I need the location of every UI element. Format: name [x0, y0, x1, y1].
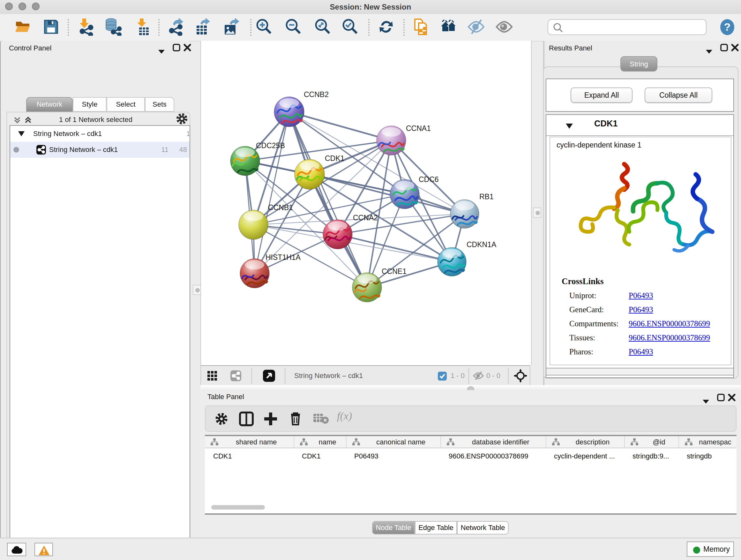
- panel-splitter-handle[interactable]: [193, 285, 201, 295]
- open-in-window-icon[interactable]: [263, 370, 275, 384]
- first-neighbors-icon[interactable]: [440, 18, 458, 36]
- collapse-all-button[interactable]: Collapse All: [645, 87, 712, 103]
- add-column-icon[interactable]: [263, 411, 278, 429]
- close-panel-icon[interactable]: [183, 43, 192, 54]
- network-row-selected[interactable]: String Network – cdk1 11 48: [10, 142, 190, 158]
- tab-sets[interactable]: Sets: [145, 97, 174, 112]
- expand-all-button[interactable]: Expand All: [570, 87, 632, 103]
- hidden-eye-icon[interactable]: [473, 371, 484, 383]
- node-HIST1H1A[interactable]: HIST1H1A: [240, 253, 301, 288]
- show-columns-icon[interactable]: [239, 411, 254, 429]
- delete-table-icon[interactable]: [313, 413, 329, 427]
- float-panel-icon[interactable]: [705, 45, 713, 57]
- expand-collapse-box: Expand All Collapse All: [546, 78, 734, 112]
- warnings-button[interactable]: [35, 543, 53, 556]
- birds-eye-view-icon[interactable]: [207, 371, 217, 383]
- zoom-selected-icon[interactable]: [341, 18, 359, 36]
- node-label-CCNB1: CCNB1: [268, 203, 293, 212]
- copy-network-icon[interactable]: [412, 18, 430, 36]
- function-builder-icon[interactable]: f(x): [337, 410, 352, 423]
- maximize-panel-icon[interactable]: [172, 43, 181, 54]
- save-session-icon[interactable]: [42, 18, 60, 36]
- infobar-separator: [508, 368, 509, 384]
- maximize-panel-icon[interactable]: [717, 393, 725, 404]
- column-header-shared-name[interactable]: shared name: [220, 438, 292, 445]
- crosslink-value-link[interactable]: P06493: [629, 348, 653, 357]
- panel-splitter-handle[interactable]: [533, 207, 541, 218]
- collection-count: 1: [178, 130, 190, 137]
- float-panel-icon[interactable]: [158, 45, 165, 57]
- tab-network[interactable]: Network: [26, 97, 73, 112]
- zoom-fit-icon[interactable]: [314, 18, 332, 36]
- crosslink-value-link[interactable]: 9606.ENSP00000378699: [629, 319, 710, 329]
- node-CDKN1A[interactable]: CDKN1A: [437, 240, 496, 276]
- open-session-icon[interactable]: [14, 18, 32, 36]
- delete-column-icon[interactable]: [288, 411, 303, 428]
- show-all-icon[interactable]: [495, 18, 513, 36]
- refresh-icon[interactable]: [377, 18, 395, 36]
- selected-checkbox-icon[interactable]: [438, 372, 447, 383]
- table-cell[interactable]: stringdb:9...: [632, 452, 669, 460]
- column-header-canonical-name[interactable]: canonical name: [362, 438, 440, 445]
- table-cell[interactable]: stringdb: [687, 452, 712, 460]
- tab-style[interactable]: Style: [73, 97, 107, 112]
- node-CCNA1[interactable]: CCNA1: [377, 124, 431, 155]
- network-collection-row[interactable]: String Network – cdk1 1: [10, 126, 190, 142]
- tab-network-table[interactable]: Network Table: [457, 521, 509, 535]
- node-CCNB1[interactable]: CCNB1: [239, 203, 293, 240]
- main-toolbar: ?: [0, 14, 741, 42]
- import-network-icon[interactable]: [77, 18, 95, 36]
- export-image-icon[interactable]: [222, 18, 240, 36]
- node-CDC6[interactable]: CDC6: [390, 175, 439, 209]
- memory-button[interactable]: Memory: [687, 542, 734, 557]
- node-RB1[interactable]: RB1: [450, 192, 494, 228]
- search-input[interactable]: [548, 19, 706, 35]
- column-header--id[interactable]: @id: [640, 438, 678, 445]
- edge-CCNB2-CCNA1[interactable]: [289, 112, 391, 140]
- horizontal-splitter[interactable]: [200, 385, 741, 390]
- crosslink-value-link[interactable]: P06493: [629, 305, 653, 315]
- table-cell[interactable]: cyclin-dependent ...: [554, 452, 615, 460]
- zoom-out-icon[interactable]: [285, 18, 302, 36]
- table-cell[interactable]: 9606.ENSP00000378699: [449, 452, 529, 460]
- section-collapse-icon[interactable]: [565, 123, 573, 129]
- close-panel-icon[interactable]: [731, 43, 739, 54]
- edge-CCNA2-CDKN1A[interactable]: [338, 234, 452, 262]
- float-panel-icon[interactable]: [702, 395, 710, 407]
- column-header-namespac[interactable]: namespac: [694, 438, 736, 445]
- table-cell[interactable]: CDK1: [302, 452, 321, 460]
- tab-node-table[interactable]: Node Table: [372, 521, 415, 535]
- export-network-icon[interactable]: [166, 18, 185, 36]
- cloud-button[interactable]: [7, 543, 26, 556]
- tab-select[interactable]: Select: [107, 97, 145, 112]
- column-header-name[interactable]: name: [310, 438, 345, 445]
- export-table-icon[interactable]: [194, 18, 212, 36]
- network-canvas[interactable]: CCNB2CCNA1CDC25BCDK1CDC6RB1CCNB1CCNA2CDK…: [200, 41, 532, 365]
- results-hscrollbar[interactable]: [546, 368, 733, 375]
- table-cell[interactable]: CDK1: [213, 452, 232, 460]
- crosslink-value-link[interactable]: P06493: [629, 291, 653, 301]
- import-table-icon[interactable]: [135, 18, 152, 36]
- maximize-panel-icon[interactable]: [720, 43, 728, 54]
- table-settings-gear-icon[interactable]: [214, 412, 228, 428]
- tab-edge-table[interactable]: Edge Table: [415, 521, 457, 535]
- hide-selected-icon[interactable]: [467, 18, 485, 36]
- section-divider: [546, 135, 733, 136]
- pan-crosshair-icon[interactable]: [514, 369, 527, 385]
- table-cell[interactable]: P06493: [354, 452, 379, 460]
- close-panel-icon[interactable]: [728, 393, 736, 404]
- table-hscrollbar-thumb[interactable]: [211, 505, 265, 509]
- crosslink-value-link[interactable]: 9606.ENSP00000378699: [629, 333, 710, 343]
- import-network-from-database-icon[interactable]: [104, 18, 122, 36]
- tab-string[interactable]: String: [620, 56, 657, 71]
- edge-CDK1-RB1[interactable]: [310, 174, 465, 214]
- column-header-database-identifier[interactable]: database identifier: [456, 438, 545, 445]
- help-button[interactable]: ?: [719, 18, 736, 38]
- collapse-triangle-icon[interactable]: [18, 131, 25, 137]
- column-header-description[interactable]: description: [562, 438, 623, 445]
- edge-CCNB2-CCNE1[interactable]: [289, 112, 367, 287]
- zoom-in-icon[interactable]: [255, 18, 273, 36]
- node-CDK1[interactable]: CDK1: [294, 154, 344, 189]
- edge-CCNB2-HIST1H1A[interactable]: [255, 112, 289, 273]
- network-share-icon[interactable]: [230, 370, 241, 384]
